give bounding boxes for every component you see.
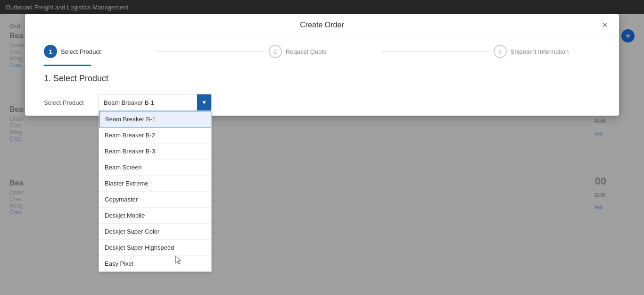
dropdown-item-6[interactable]: Deskjet Mobile xyxy=(99,208,211,224)
modal-header: Create Order × xyxy=(25,14,619,36)
dropdown-item-5[interactable]: Copymaster xyxy=(99,192,211,208)
product-label: Select Product xyxy=(44,99,91,106)
step-2: 2 Request Quote xyxy=(269,45,375,58)
stepper: 1 Select Product 2 Request Quote 3 Shipm… xyxy=(25,36,619,63)
dropdown-item-9[interactable]: Easy Pixel xyxy=(99,256,211,271)
dropdown-item-1[interactable]: Beam Breaker B-2 xyxy=(99,127,211,143)
step-2-circle: 2 xyxy=(269,45,282,58)
step-1-circle: 1 xyxy=(44,45,57,58)
dropdown-selected-text: Beam Breaker B-1 xyxy=(104,99,154,106)
dropdown-list[interactable]: Beam Breaker B-1 Beam Breaker B-2 Beam B… xyxy=(99,111,212,272)
modal-overlay: Create Order × 1 Select Product 2 Reques… xyxy=(0,0,644,295)
dropdown-selected[interactable]: Beam Breaker B-1 ▼ xyxy=(99,94,212,111)
dropdown-item-7[interactable]: Deskjet Super Color xyxy=(99,224,211,240)
dropdown-item-2[interactable]: Beam Breaker B-3 xyxy=(99,143,211,160)
dropdown-item-3[interactable]: Beam Screen xyxy=(99,160,211,176)
create-order-modal: Create Order × 1 Select Product 2 Reques… xyxy=(25,14,619,116)
modal-title: Create Order xyxy=(300,21,344,29)
step-1: 1 Select Product xyxy=(44,45,150,58)
dropdown-item-0[interactable]: Beam Breaker B-1 xyxy=(99,111,211,127)
step-2-label: Request Quote xyxy=(286,48,327,55)
step-line-1 xyxy=(156,51,263,52)
step-line-2 xyxy=(381,51,487,52)
product-dropdown[interactable]: Beam Breaker B-1 ▼ Beam Breaker B-1 Beam… xyxy=(99,94,212,111)
dropdown-item-8[interactable]: Deskjet Super Highspeed xyxy=(99,240,211,256)
close-button[interactable]: × xyxy=(598,18,611,32)
step-3: 3 Shipment Information xyxy=(494,45,600,58)
dropdown-arrow-icon: ▼ xyxy=(197,94,211,110)
section-title: 1. Select Product xyxy=(25,66,619,89)
step-1-label: Select Product xyxy=(61,48,101,55)
form-area: Select Product Beam Breaker B-1 ▼ Beam B… xyxy=(25,89,619,116)
dropdown-item-4[interactable]: Blaster Extreme xyxy=(99,176,211,192)
step-3-label: Shipment Information xyxy=(511,48,569,55)
step-3-circle: 3 xyxy=(494,45,507,58)
